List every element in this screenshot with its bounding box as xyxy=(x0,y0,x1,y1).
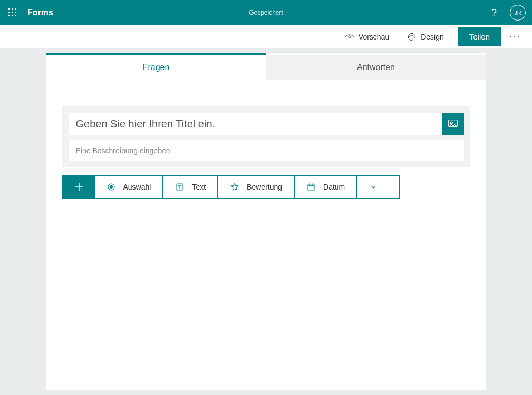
choice-label: Auswahl xyxy=(123,183,151,191)
svg-point-11 xyxy=(411,35,412,36)
waffle-icon xyxy=(8,8,17,17)
more-actions-button[interactable]: ··· xyxy=(505,25,526,48)
tab-answers-label: Antworten xyxy=(357,63,395,72)
svg-rect-2 xyxy=(15,8,16,10)
question-type-choice[interactable]: Auswahl xyxy=(95,176,164,198)
form-editor-panel: Fragen Antworten xyxy=(46,53,486,390)
svg-rect-4 xyxy=(12,12,13,13)
more-question-types-button[interactable] xyxy=(357,176,389,198)
form-description-input[interactable] xyxy=(69,140,464,161)
add-question-toolbar: Auswahl Text Bewertung Datum xyxy=(62,175,400,199)
add-question-button[interactable] xyxy=(63,176,95,198)
image-icon xyxy=(447,118,459,130)
svg-rect-6 xyxy=(8,15,10,16)
svg-rect-1 xyxy=(12,8,13,10)
ellipsis-icon: ··· xyxy=(509,31,520,42)
chevron-down-icon xyxy=(369,183,378,191)
eye-icon xyxy=(345,32,354,42)
svg-point-14 xyxy=(450,122,452,124)
question-type-text[interactable]: Text xyxy=(163,176,218,198)
user-avatar[interactable]: JR xyxy=(510,5,526,21)
svg-rect-7 xyxy=(12,15,13,16)
user-initials: JR xyxy=(514,9,521,16)
palette-icon xyxy=(407,32,417,42)
question-type-rating[interactable]: Bewertung xyxy=(218,176,295,198)
svg-rect-5 xyxy=(15,12,16,13)
share-label: Teilen xyxy=(469,32,490,41)
text-icon xyxy=(175,182,185,192)
form-title-input[interactable] xyxy=(69,113,442,135)
svg-point-18 xyxy=(110,185,113,189)
date-label: Datum xyxy=(323,183,345,191)
calendar-icon xyxy=(306,182,316,192)
rating-label: Bewertung xyxy=(247,183,282,191)
design-button[interactable]: Design xyxy=(400,25,451,48)
svg-point-10 xyxy=(410,36,411,37)
svg-rect-0 xyxy=(8,8,10,10)
editor-tabs: Fragen Antworten xyxy=(46,55,486,80)
add-title-image-button[interactable] xyxy=(442,113,464,135)
tab-questions[interactable]: Fragen xyxy=(46,53,266,80)
text-label: Text xyxy=(192,183,206,191)
preview-button[interactable]: Vorschau xyxy=(337,25,396,48)
star-icon xyxy=(230,182,239,192)
app-launcher-button[interactable] xyxy=(0,0,25,25)
svg-point-9 xyxy=(349,35,351,38)
design-label: Design xyxy=(421,33,444,41)
plus-icon xyxy=(73,181,85,193)
app-name: Forms xyxy=(27,8,53,17)
radio-icon xyxy=(107,182,116,192)
form-header-block xyxy=(62,106,470,167)
save-status: Gespeichert xyxy=(249,9,283,16)
svg-rect-20 xyxy=(308,184,314,190)
tab-questions-label: Fragen xyxy=(143,63,170,72)
preview-label: Vorschau xyxy=(359,33,389,41)
question-type-date[interactable]: Datum xyxy=(295,176,357,198)
command-bar: Vorschau Design Teilen ··· xyxy=(0,25,532,48)
svg-point-12 xyxy=(413,35,414,36)
app-header: Forms Gespeichert ? JR xyxy=(0,0,532,25)
svg-rect-8 xyxy=(15,15,16,16)
help-button[interactable]: ? xyxy=(486,4,502,21)
tab-answers[interactable]: Antworten xyxy=(266,55,486,80)
help-icon: ? xyxy=(491,7,497,18)
svg-rect-3 xyxy=(8,12,10,13)
share-button[interactable]: Teilen xyxy=(458,27,501,46)
